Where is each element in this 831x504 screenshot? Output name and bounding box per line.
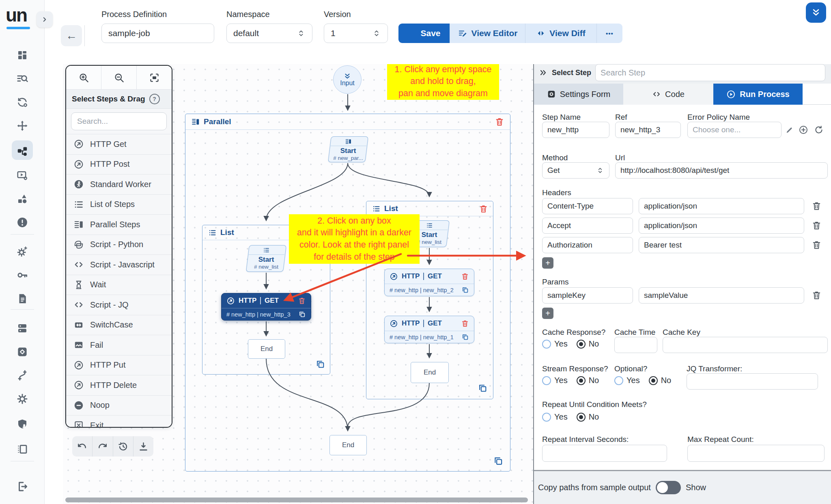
logout-button[interactable]	[14, 478, 30, 495]
sidebar-item-components[interactable]	[14, 191, 30, 207]
header-key-input[interactable]	[542, 218, 633, 234]
palette-item-fail[interactable]: Fail	[66, 335, 172, 355]
redo-button[interactable]	[92, 436, 112, 457]
radio-yes[interactable]	[614, 376, 623, 385]
copy-step-button[interactable]	[298, 310, 306, 318]
list-right-end-node[interactable]: End	[411, 362, 449, 383]
sidebar-item-ai-settings[interactable]	[14, 243, 30, 260]
delete-header-icon[interactable]	[812, 201, 822, 211]
sidebar-item-run-media[interactable]	[14, 167, 30, 183]
fit-view-button[interactable]	[136, 66, 172, 89]
palette-item-script-jq[interactable]: Script - JQ	[66, 295, 172, 315]
double-chevron-right-icon[interactable]	[539, 68, 548, 77]
canvas-horizontal-scrollbar[interactable]	[65, 498, 528, 502]
palette-item-list-of-steps[interactable]: List of Steps	[66, 195, 172, 215]
parallel-start-node[interactable]: Start # new_par...	[328, 136, 368, 162]
parallel-end-node[interactable]: End	[329, 435, 367, 455]
delete-list-right-button[interactable]	[479, 204, 488, 213]
copy-list-right-button[interactable]	[478, 383, 488, 393]
cache-time-input[interactable]	[614, 337, 657, 353]
header-key-input[interactable]	[542, 198, 633, 214]
refresh-policy-icon[interactable]	[814, 125, 824, 135]
tab-settings-form[interactable]: Settings Form	[534, 84, 623, 105]
cache-key-input[interactable]	[663, 337, 828, 353]
sidebar-item-move-pan[interactable]	[14, 118, 30, 134]
jq-transformer-input[interactable]	[687, 373, 818, 390]
step-search-input[interactable]	[595, 64, 825, 81]
add-policy-icon[interactable]	[799, 125, 808, 135]
header-value-input[interactable]	[639, 237, 804, 253]
sidebar-item-settings[interactable]	[14, 391, 30, 407]
palette-item-http-put[interactable]: HTTP Put	[66, 355, 172, 376]
sidebar-expand-button[interactable]	[37, 11, 53, 28]
step-name-input[interactable]	[542, 122, 609, 138]
param-key-input[interactable]	[542, 287, 633, 304]
radio-no[interactable]	[577, 376, 586, 385]
palette-item-http-get[interactable]: HTTP Get	[66, 134, 172, 155]
copy-parallel-button[interactable]	[493, 456, 504, 466]
delete-header-icon[interactable]	[812, 240, 822, 250]
sidebar-item-infrastructure[interactable]	[14, 320, 30, 336]
copy-paths-toggle[interactable]	[656, 481, 681, 494]
repeat-interval-input[interactable]	[542, 445, 667, 462]
download-button[interactable]	[133, 436, 153, 457]
method-select[interactable]: Get	[542, 162, 609, 179]
namespace-select[interactable]: default	[226, 24, 312, 43]
radio-no[interactable]	[649, 376, 658, 385]
palette-item-exit[interactable]: Exit	[66, 416, 172, 428]
delete-parallel-button[interactable]	[495, 117, 504, 127]
palette-item-parallel-steps[interactable]: Parallel Steps	[66, 215, 172, 235]
palette-item-script-javascript[interactable]: Script - Javascript	[66, 255, 172, 275]
radio-no[interactable]	[577, 413, 586, 422]
palette-item-noop[interactable]: Noop	[66, 396, 172, 416]
delete-header-icon[interactable]	[812, 220, 822, 230]
header-value-input[interactable]	[639, 198, 804, 214]
process-definition-input[interactable]	[101, 24, 214, 43]
http-step-node-new-http-2[interactable]: HTTP GET # new_http | new_http_2	[384, 269, 474, 296]
delete-param-icon[interactable]	[812, 290, 822, 300]
help-icon[interactable]: ?	[149, 94, 160, 104]
add-header-button[interactable]: +	[542, 257, 553, 269]
max-repeat-input[interactable]	[687, 445, 825, 462]
sidebar-item-admin-shield[interactable]	[14, 416, 30, 432]
http-step-node-new-http-1[interactable]: HTTP GET # new_http | new_http_1	[384, 316, 474, 343]
zoom-in-button[interactable]	[66, 66, 101, 89]
list-left-end-node[interactable]: End	[248, 339, 285, 359]
tab-run-process[interactable]: Run Process	[713, 84, 803, 105]
palette-item-script-python[interactable]: Script - Python	[66, 235, 172, 255]
delete-step-button[interactable]	[298, 297, 306, 305]
undo-button[interactable]	[72, 436, 92, 457]
zoom-out-button[interactable]	[101, 66, 136, 89]
sidebar-item-alerts[interactable]	[14, 214, 30, 230]
sidebar-item-process-search[interactable]	[14, 71, 30, 87]
copy-step-button[interactable]	[461, 333, 469, 341]
view-diff-button[interactable]: View Diff	[525, 24, 596, 43]
more-actions-button[interactable]: •••	[596, 24, 622, 43]
delete-step-button[interactable]	[461, 272, 469, 280]
sidebar-item-secrets-key[interactable]	[14, 267, 30, 283]
param-value-input[interactable]	[639, 287, 804, 304]
panel-resize-divider[interactable]	[533, 62, 534, 504]
sidebar-item-vault[interactable]	[14, 344, 30, 360]
palette-item-http-delete[interactable]: HTTP Delete	[66, 375, 172, 396]
collapse-panel-button[interactable]	[806, 2, 826, 23]
url-input[interactable]	[615, 162, 828, 179]
radio-no[interactable]	[577, 340, 586, 349]
view-editor-button[interactable]: View Editor	[450, 24, 525, 43]
palette-item-switchcase[interactable]: SwitchCase	[66, 315, 172, 336]
tab-code[interactable]: Code	[623, 84, 713, 105]
edit-policy-pencil-icon[interactable]	[785, 125, 794, 135]
sidebar-item-documents[interactable]	[14, 291, 30, 307]
delete-step-button[interactable]	[461, 319, 469, 327]
back-button[interactable]: ←	[61, 25, 82, 46]
http-step-node-new-http-3-selected[interactable]: HTTP GET # new_http | new_http_3	[221, 293, 311, 321]
palette-search-input[interactable]	[71, 112, 167, 130]
copy-step-button[interactable]	[461, 286, 469, 294]
radio-yes[interactable]	[542, 340, 551, 349]
radio-yes[interactable]	[542, 413, 551, 422]
sidebar-item-window-layout[interactable]	[14, 441, 30, 457]
error-policy-input[interactable]	[687, 122, 781, 138]
input-node[interactable]: Input	[333, 65, 362, 94]
header-key-input[interactable]	[542, 237, 633, 253]
ref-input[interactable]	[615, 122, 681, 138]
